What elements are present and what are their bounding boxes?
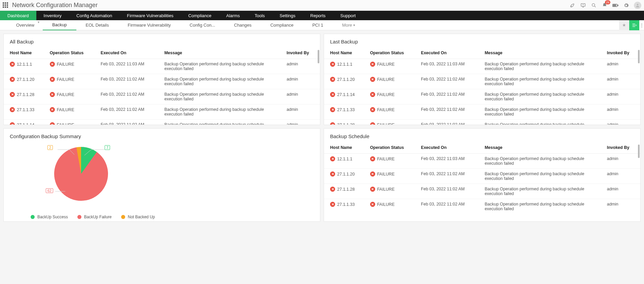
panel-backup-summary: Configuration Backup Summary 2 7 62 Back xyxy=(3,128,320,222)
svg-rect-5 xyxy=(614,4,615,6)
legend-swatch xyxy=(77,215,81,219)
primary-nav: DashboardInventoryConfig AutomationFirmw… xyxy=(0,11,644,20)
svg-point-1 xyxy=(592,3,595,6)
scrollbar-thumb[interactable] xyxy=(638,145,640,158)
table-row[interactable]: ✕27.1.1.14 ✕FAILURE Feb 03, 2022 11:02 A… xyxy=(4,120,320,125)
table-row[interactable]: ✕27.1.1.14 ✕FAILURE Feb 03, 2022 11:02 A… xyxy=(324,89,640,104)
failure-icon: ✕ xyxy=(10,122,15,125)
failure-icon: ✕ xyxy=(330,156,335,161)
tab-backup[interactable]: Backup xyxy=(43,20,76,30)
nav-inventory[interactable]: Inventory xyxy=(36,11,69,20)
failure-icon: ✕ xyxy=(10,107,15,112)
failure-icon: ✕ xyxy=(330,122,335,125)
scrollbar-thumb[interactable] xyxy=(638,50,640,63)
gear-icon[interactable] xyxy=(623,2,629,8)
table-row[interactable]: ✕27.1.1.28 ✕FAILURE Feb 03, 2022 11:02 A… xyxy=(324,184,640,199)
legend-item[interactable]: BackUp Failure xyxy=(77,215,112,219)
failure-icon: ✕ xyxy=(330,107,335,112)
svg-rect-3 xyxy=(617,5,618,6)
nav-support[interactable]: Support xyxy=(333,11,363,20)
failure-icon: ✕ xyxy=(50,122,55,125)
panel-title: Last Backup xyxy=(324,34,640,47)
pie-label-failure: 62 xyxy=(46,188,53,193)
bell-icon[interactable]: 29 xyxy=(602,2,608,8)
failure-icon: ✕ xyxy=(10,77,15,82)
failure-icon: ✕ xyxy=(330,187,335,192)
failure-icon: ✕ xyxy=(370,77,375,82)
panel-last-backup: Last Backup Host NameOperation StatusExe… xyxy=(324,34,641,125)
failure-icon: ✕ xyxy=(330,202,335,207)
table-row[interactable]: ✕27.1.1.20 ✕FAILURE Feb 03, 2022 11:02 A… xyxy=(324,169,640,184)
svg-line-16 xyxy=(84,150,91,155)
table-row[interactable]: ✕27.1.1.28 ✕FAILURE Feb 03, 2022 11:02 A… xyxy=(324,120,640,125)
failure-icon: ✕ xyxy=(50,107,55,112)
chevron-down-icon: ▾ xyxy=(353,23,355,27)
kebab-menu-icon[interactable]: ⋮ xyxy=(639,23,644,28)
favorite-icon[interactable]: ★ xyxy=(619,20,629,30)
table-row[interactable]: ✕27.1.1.33 ✕FAILURE Feb 03, 2022 11:02 A… xyxy=(324,199,640,213)
failure-icon: ✕ xyxy=(370,122,375,125)
panel-title: Backup Schedule xyxy=(324,129,640,142)
tab-compliance[interactable]: Compliance xyxy=(261,20,303,30)
failure-icon: ✕ xyxy=(370,62,375,67)
rocket-icon[interactable] xyxy=(569,2,575,8)
search-icon[interactable] xyxy=(591,2,597,8)
nav-alarms[interactable]: Alarms xyxy=(219,11,247,20)
table-row[interactable]: ✕12.1.1.1 ✕FAILURE Feb 03, 2022 11:03 AM… xyxy=(324,59,640,74)
table-row[interactable]: ✕27.1.1.20 ✕FAILURE Feb 03, 2022 11:02 A… xyxy=(4,74,320,89)
chevron-down-icon[interactable]: ▾ xyxy=(38,20,39,30)
svg-rect-4 xyxy=(613,4,614,6)
failure-icon: ✕ xyxy=(10,62,15,67)
failure-icon: ✕ xyxy=(370,202,375,207)
table-row[interactable]: ✕27.1.1.28 ✕FAILURE Feb 03, 2022 11:02 A… xyxy=(4,89,320,104)
table-row[interactable]: ✕27.1.1.20 ✕FAILURE Feb 03, 2022 11:02 A… xyxy=(324,74,640,89)
failure-icon: ✕ xyxy=(330,77,335,82)
nav-config-automation[interactable]: Config Automation xyxy=(69,11,119,20)
legend-item[interactable]: Not Backed Up xyxy=(121,215,155,219)
chart-legend: BackUp SuccessBackUp FailureNot Backed U… xyxy=(10,213,155,221)
top-bar: Network Configuration Manager 29 xyxy=(0,0,644,11)
nav-tools[interactable]: Tools xyxy=(247,11,272,20)
failure-icon: ✕ xyxy=(370,92,375,97)
panel-backup-schedule: Backup Schedule Host NameOperation Statu… xyxy=(324,128,641,222)
failure-icon: ✕ xyxy=(50,77,55,82)
nav-reports[interactable]: Reports xyxy=(303,11,333,20)
app-title: Network Configuration Manager xyxy=(12,2,98,9)
scrollbar-thumb[interactable] xyxy=(318,50,319,63)
failure-icon: ✕ xyxy=(50,92,55,97)
battery-icon[interactable] xyxy=(612,2,618,8)
panel-title: All Backup xyxy=(4,34,320,47)
table-row[interactable]: ✕12.1.1.1 ✕FAILURE Feb 03, 2022 11:03 AM… xyxy=(324,154,640,169)
user-avatar[interactable] xyxy=(634,2,641,9)
failure-icon: ✕ xyxy=(10,92,15,97)
failure-icon: ✕ xyxy=(330,92,335,97)
monitor-icon[interactable] xyxy=(580,2,586,8)
legend-item[interactable]: BackUp Success xyxy=(31,215,68,219)
tab-config-con-[interactable]: Config Con... xyxy=(180,20,225,30)
add-widget-icon[interactable] xyxy=(629,20,639,30)
app-launcher-icon[interactable] xyxy=(3,2,9,8)
svg-point-7 xyxy=(637,4,639,5)
failure-icon: ✕ xyxy=(50,62,55,67)
nav-compliance[interactable]: Compliance xyxy=(181,11,219,20)
svg-line-15 xyxy=(69,150,74,155)
table-row[interactable]: ✕12.1.1.1 ✕FAILURE Feb 03, 2022 11:03 AM… xyxy=(4,59,320,74)
failure-icon: ✕ xyxy=(330,171,335,177)
panel-title: Configuration Backup Summary xyxy=(4,129,320,142)
pie-label-notbackedup: 2 xyxy=(47,145,53,150)
table-row[interactable]: ✕27.1.1.33 ✕FAILURE Feb 03, 2022 11:02 A… xyxy=(324,104,640,120)
tab-eol-details[interactable]: EOL Details xyxy=(76,20,118,30)
failure-icon: ✕ xyxy=(370,171,375,177)
tab-pci-1[interactable]: PCI 1 xyxy=(303,20,333,30)
failure-icon: ✕ xyxy=(370,187,375,192)
table-row[interactable]: ✕27.1.1.33 ✕FAILURE Feb 03, 2022 11:02 A… xyxy=(4,104,320,120)
nav-settings[interactable]: Settings xyxy=(272,11,303,20)
nav-firmware-vulnerabilities[interactable]: Firmware Vulnerabilities xyxy=(119,11,181,20)
nav-dashboard[interactable]: Dashboard xyxy=(0,11,36,20)
tab-changes[interactable]: Changes xyxy=(224,20,261,30)
svg-rect-0 xyxy=(581,3,585,6)
secondary-nav: Overview▾BackupEOL DetailsFirmware Vulne… xyxy=(0,20,644,30)
tab-firmware-vulnerability[interactable]: Firmware Vulnerability xyxy=(118,20,180,30)
notification-badge: 29 xyxy=(605,0,610,4)
tab-more[interactable]: More ▾ xyxy=(333,20,365,30)
